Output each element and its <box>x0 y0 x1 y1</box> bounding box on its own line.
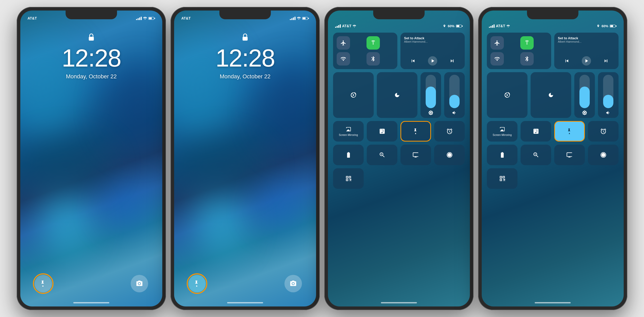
apple-tv-button[interactable] <box>554 145 585 165</box>
torch-button[interactable] <box>400 121 431 142</box>
volume-slider[interactable] <box>444 72 465 118</box>
torch-icon <box>413 128 419 135</box>
bluetooth-button[interactable] <box>366 52 380 66</box>
now-playing-artist: Albert Hammond... <box>558 40 615 43</box>
home-indicator <box>535 302 571 303</box>
lock-date: Monday, October 22 <box>66 73 117 80</box>
calculator-icon <box>379 128 386 135</box>
low-power-button[interactable] <box>333 145 364 165</box>
carrier-label: AT&T <box>28 16 37 20</box>
camera-button[interactable] <box>131 275 148 292</box>
screen-mirroring-button[interactable]: Screen Mirroring <box>487 121 517 142</box>
forward-button[interactable] <box>449 58 455 64</box>
battery-icon <box>302 17 309 20</box>
rewind-button[interactable] <box>564 58 570 64</box>
now-playing-block: Set to Attack Albert Hammond... <box>554 33 619 69</box>
wifi-icon <box>506 25 510 27</box>
wifi-toggle-icon <box>494 56 500 62</box>
calculator-button[interactable] <box>367 121 397 142</box>
now-playing-title: Set to Attack <box>558 36 615 40</box>
now-playing-artist: Albert Hammond... <box>404 40 461 43</box>
qr-code-button[interactable] <box>487 168 517 189</box>
battery-icon <box>610 25 616 27</box>
calculator-button[interactable] <box>521 121 551 142</box>
torch-button-active[interactable] <box>188 275 206 292</box>
location-icon <box>443 24 446 27</box>
bottom-controls <box>20 275 162 292</box>
location-icon <box>596 24 600 27</box>
moon-icon <box>548 92 554 98</box>
wifi-icon <box>297 17 301 20</box>
calculator-icon <box>533 128 539 135</box>
screen-record-button[interactable] <box>434 145 465 165</box>
svg-rect-0 <box>89 37 94 41</box>
wifi-toggle-icon <box>340 56 346 62</box>
home-indicator <box>73 302 109 303</box>
home-indicator <box>381 302 417 303</box>
wifi-toggle-button[interactable] <box>337 52 350 66</box>
signal-bars <box>335 24 341 28</box>
qr-code-button[interactable] <box>333 168 364 189</box>
screen-record-button[interactable] <box>588 145 619 165</box>
brightness-slider[interactable] <box>574 72 595 118</box>
forward-button[interactable] <box>603 58 609 64</box>
lock-time: 12:28 <box>216 44 275 72</box>
bottom-controls <box>174 275 316 292</box>
magnifier-button[interactable] <box>367 145 397 165</box>
magnifier-icon <box>533 152 539 158</box>
screen-record-icon <box>446 152 453 158</box>
torch-button[interactable] <box>34 275 52 292</box>
signal-bars <box>136 17 142 20</box>
wifi-toggle-button[interactable] <box>490 52 504 66</box>
apple-tv-button[interactable] <box>400 145 431 165</box>
alarm-icon <box>446 128 453 135</box>
screen-record-icon <box>600 152 607 158</box>
do-not-disturb-button[interactable] <box>531 72 571 118</box>
brightness-icon <box>582 110 587 115</box>
notch <box>373 11 425 19</box>
play-button[interactable] <box>428 56 437 66</box>
battery-percent: 60% <box>448 24 454 28</box>
control-center-grid: Set to Attack Albert Hammond... <box>482 28 624 193</box>
cellular-button[interactable] <box>366 36 380 50</box>
battery-mode-icon <box>499 152 506 158</box>
cellular-button[interactable] <box>520 36 534 50</box>
portrait-lock-icon <box>504 92 510 98</box>
portrait-lock-button[interactable] <box>487 72 527 118</box>
airplane-mode-button[interactable] <box>490 36 504 50</box>
volume-icon <box>606 110 611 115</box>
carrier-label: AT&T <box>342 24 351 28</box>
carrier-label: AT&T <box>496 24 505 28</box>
airplane-icon <box>494 40 500 46</box>
portrait-lock-button[interactable] <box>333 72 374 118</box>
cellular-icon <box>524 40 530 46</box>
magnifier-button[interactable] <box>521 145 551 165</box>
phone-1: AT&T <box>17 7 166 310</box>
bluetooth-button[interactable] <box>520 52 534 66</box>
screen-mirroring-button[interactable]: Screen Mirroring <box>333 121 364 142</box>
volume-slider[interactable] <box>598 72 619 118</box>
volume-icon <box>452 110 457 115</box>
play-button[interactable] <box>582 56 591 66</box>
brightness-icon <box>428 110 433 115</box>
battery-icon <box>148 17 155 20</box>
connectivity-block <box>333 33 397 69</box>
airplane-mode-button[interactable] <box>337 36 350 50</box>
qr-code-icon <box>499 175 506 182</box>
alarm-icon <box>600 128 607 135</box>
phone-2: AT&T <box>171 7 320 310</box>
notch <box>527 11 578 19</box>
lock-icon <box>240 33 250 43</box>
alarm-button[interactable] <box>588 121 619 142</box>
play-icon <box>584 58 589 64</box>
portrait-lock-icon <box>351 92 356 98</box>
rewind-button[interactable] <box>410 58 416 64</box>
low-power-button[interactable] <box>487 145 517 165</box>
bluetooth-icon <box>524 56 530 62</box>
alarm-button[interactable] <box>434 121 465 142</box>
do-not-disturb-button[interactable] <box>377 72 417 118</box>
brightness-slider[interactable] <box>421 72 441 118</box>
camera-button[interactable] <box>284 275 302 292</box>
torch-button-active[interactable] <box>554 121 585 142</box>
now-playing-block: Set to Attack Albert Hammond... <box>400 33 465 69</box>
